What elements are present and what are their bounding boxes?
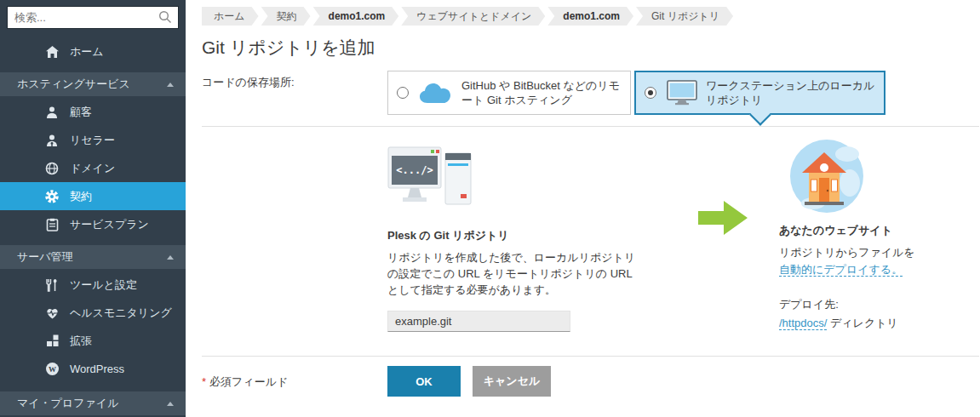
option-label: GitHub や BitBucket などのリモート Git ホスティング xyxy=(461,78,622,107)
sidebar-item-label: 拡張 xyxy=(70,334,92,349)
sidebar-nav: ホーム ホスティングサービス 顧客 リセラー xyxy=(0,37,186,415)
sidebar-section-my-profile[interactable]: マイ・プロファイル xyxy=(0,391,186,415)
radio-remote-git[interactable] xyxy=(397,87,409,99)
storage-location-label: コードの保存場所: xyxy=(202,71,387,115)
plesk-repo-description: リポジトリを作成した後で、ローカルリポジトリの設定でこの URL をリモートリポ… xyxy=(387,249,643,298)
search-input[interactable] xyxy=(7,6,179,29)
divider xyxy=(202,126,979,127)
website-title: あなたのウェブサイト xyxy=(779,223,979,238)
reseller-icon xyxy=(44,133,60,148)
gear-icon xyxy=(44,189,60,204)
heart-pulse-icon xyxy=(44,306,60,321)
sidebar-item-domains[interactable]: ドメイン xyxy=(0,154,186,182)
sidebar-item-tools-settings[interactable]: ツールと設定 xyxy=(0,271,186,299)
required-asterisk: * xyxy=(202,375,206,388)
section-label: サーバ管理 xyxy=(17,249,73,265)
sidebar-item-label: リセラー xyxy=(70,133,115,148)
sidebar-item-label: ホーム xyxy=(70,44,104,60)
action-buttons: OK キャンセル xyxy=(387,366,551,397)
clipboard-icon xyxy=(44,217,60,232)
plesk-app: ホーム ホスティングサービス 顧客 リセラー xyxy=(0,0,980,417)
sidebar-item-label: ドメイン xyxy=(70,161,115,176)
sidebar-search xyxy=(0,0,186,29)
required-fields-note: *必須フィールド xyxy=(202,366,387,397)
sidebar-section-hosting-services[interactable]: ホスティングサービス xyxy=(0,72,186,96)
breadcrumb-item-home[interactable]: ホーム xyxy=(202,7,259,26)
storage-location-row: コードの保存場所: GitHub や BitBucket などのリモート Git… xyxy=(202,71,979,115)
sidebar-item-customers[interactable]: 顧客 xyxy=(0,98,186,126)
cloud-icon xyxy=(419,82,453,104)
breadcrumb: ホーム 契約 demo1.com ウェブサイトとドメイン demo1.com G… xyxy=(202,7,979,26)
workstation-icon xyxy=(667,80,697,106)
plesk-repo-title: Plesk の Git リポジトリ xyxy=(387,228,643,243)
sidebar-item-resellers[interactable]: リセラー xyxy=(0,126,186,154)
deploy-target-suffix: ディレクトリ xyxy=(830,317,898,329)
option-local-repository[interactable]: ワークステーション上のローカルリポジトリ xyxy=(634,71,885,115)
home-icon xyxy=(44,44,60,60)
blocks-icon xyxy=(44,334,60,349)
breadcrumb-item-git: Git リポジトリ xyxy=(636,7,733,26)
breadcrumb-item-domain2[interactable]: demo1.com xyxy=(547,7,633,26)
selected-option-pointer xyxy=(749,104,771,125)
option-label: ワークステーション上のローカルリポジトリ xyxy=(706,78,875,107)
sidebar-item-service-plans[interactable]: サービスプラン xyxy=(0,210,186,238)
sidebar-section-server-management[interactable]: サーバ管理 xyxy=(0,245,186,269)
main-content: ホーム 契約 demo1.com ウェブサイトとドメイン demo1.com G… xyxy=(186,0,980,417)
globe-icon xyxy=(44,161,60,176)
git-flow-section: <.../> Plesk の Git リポジトリ リポジトリを作成した後で、ロー… xyxy=(202,139,979,333)
sidebar-item-extensions[interactable]: 拡張 xyxy=(0,327,186,355)
sidebar-item-health-monitoring[interactable]: ヘルスモニタリング xyxy=(0,299,186,327)
deploy-target: デプロイ先: /httpdocs/ ディレクトリ xyxy=(779,295,979,333)
sidebar-item-home[interactable]: ホーム xyxy=(0,37,186,66)
breadcrumb-item-websites-domains[interactable]: ウェブサイトとドメイン xyxy=(401,7,545,26)
page-title: Git リポジトリを追加 xyxy=(202,36,979,60)
section-label: ホスティングサービス xyxy=(17,77,130,92)
deploy-target-label: デプロイ先: xyxy=(779,298,839,311)
form-footer: *必須フィールド OK キャンセル xyxy=(202,366,979,397)
svg-text:<.../>: <.../> xyxy=(396,164,433,176)
sidebar-item-label: 顧客 xyxy=(70,105,92,120)
ok-button[interactable]: OK xyxy=(387,366,461,397)
httpdocs-link[interactable]: /httpdocs/ xyxy=(779,317,827,330)
tools-icon xyxy=(44,277,60,293)
website-panel: あなたのウェブサイト リポジトリからファイルを 自動的にデプロイする。 デプロイ… xyxy=(779,139,979,333)
chevron-up-icon[interactable] xyxy=(167,83,174,87)
plesk-repo-panel: <.../> Plesk の Git リポジトリ リポジトリを作成した後で、ロー… xyxy=(387,139,643,333)
sidebar-item-label: ツールと設定 xyxy=(70,277,137,293)
section-label: マイ・プロファイル xyxy=(17,396,118,411)
repo-name-field-wrap xyxy=(387,311,643,332)
cancel-button[interactable]: キャンセル xyxy=(473,366,551,397)
divider xyxy=(202,356,979,357)
breadcrumb-item-domain[interactable]: demo1.com xyxy=(313,7,399,26)
sidebar-item-label: ヘルスモニタリング xyxy=(70,306,172,321)
plesk-git-illustration: <.../> xyxy=(387,146,474,211)
sidebar-item-subscriptions[interactable]: 契約 xyxy=(0,182,186,210)
deploy-arrow xyxy=(698,201,748,333)
arrow-right-icon xyxy=(698,201,748,235)
sidebar: ホーム ホスティングサービス 顧客 リセラー xyxy=(0,0,186,417)
sidebar-item-label: サービスプラン xyxy=(70,217,149,232)
chevron-up-icon[interactable] xyxy=(167,255,174,260)
website-illustration xyxy=(788,139,866,214)
sidebar-item-label: WordPress xyxy=(70,363,124,375)
customer-icon xyxy=(44,105,60,120)
wordpress-icon: W xyxy=(44,362,60,377)
storage-options: GitHub や BitBucket などのリモート Git ホスティング ワー… xyxy=(387,71,885,115)
auto-deploy-link[interactable]: 自動的にデプロイする。 xyxy=(779,263,903,277)
chevron-up-icon[interactable] xyxy=(167,402,174,406)
sidebar-item-wordpress[interactable]: W WordPress xyxy=(0,355,186,383)
search-icon[interactable] xyxy=(158,10,172,24)
sidebar-item-label: 契約 xyxy=(70,189,92,204)
website-deploy-text: リポジトリからファイルを 自動的にデプロイする。 xyxy=(779,244,979,278)
svg-text:W: W xyxy=(49,365,56,374)
radio-local-repo[interactable] xyxy=(645,87,656,99)
breadcrumb-item-subscriptions[interactable]: 契約 xyxy=(261,7,311,26)
option-remote-git-hosting[interactable]: GitHub や BitBucket などのリモート Git ホスティング xyxy=(387,71,631,115)
repo-name-input[interactable] xyxy=(387,311,570,332)
